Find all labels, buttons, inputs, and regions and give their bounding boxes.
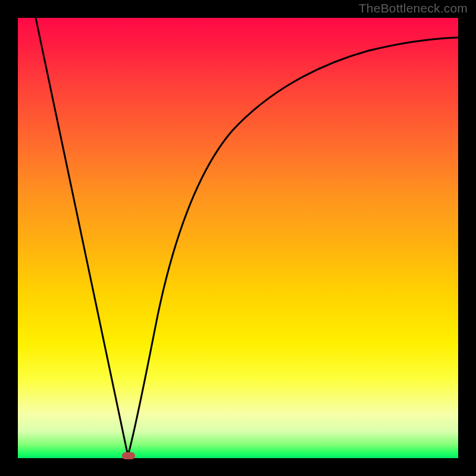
curve-path — [36, 18, 458, 456]
plot-area — [18, 18, 458, 458]
curve-svg — [18, 18, 458, 458]
min-marker — [122, 452, 135, 459]
chart-stage: TheBottleneck.com — [0, 0, 476, 476]
watermark-text: TheBottleneck.com — [359, 1, 468, 15]
